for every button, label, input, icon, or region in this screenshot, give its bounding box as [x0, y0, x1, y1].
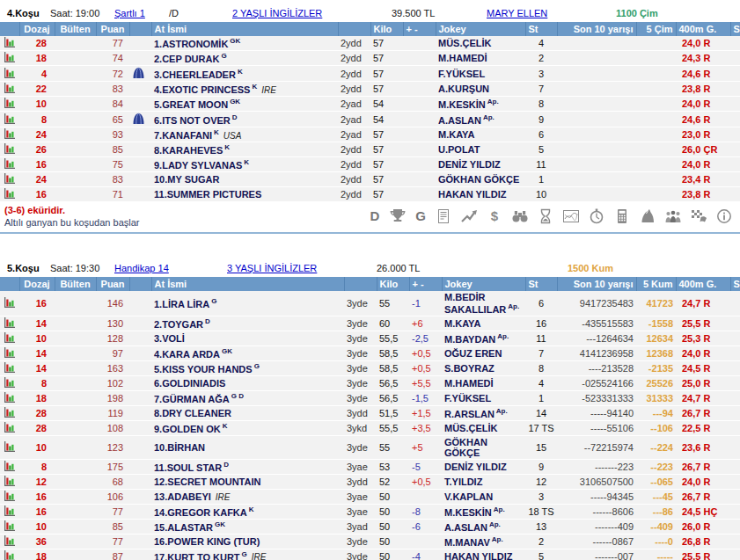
- stats-icon[interactable]: [4, 52, 15, 62]
- stats-icon[interactable]: [4, 128, 15, 139]
- jockey-name[interactable]: S.BOYRAZ: [444, 363, 495, 374]
- stats-icon[interactable]: [4, 535, 15, 546]
- jockey-name[interactable]: M.KAYA: [438, 129, 474, 140]
- stats-icon[interactable]: [4, 461, 15, 471]
- dollar-icon[interactable]: $: [486, 208, 503, 224]
- condition-link[interactable]: Şartlı 1: [114, 8, 145, 18]
- horse-name[interactable]: 2.CEP DURAK: [154, 54, 219, 64]
- stats-icon[interactable]: [4, 377, 15, 388]
- horse-name[interactable]: 5.GREAT MOON: [154, 99, 228, 110]
- horse-name[interactable]: 17.KURT TO KURT: [154, 551, 240, 560]
- jockey-name[interactable]: V.KAPLAN: [444, 491, 493, 502]
- horse-name[interactable]: 7.KANAFANI: [154, 130, 212, 141]
- stats-icon[interactable]: [4, 158, 15, 169]
- jockey-name[interactable]: OĞUZ EREN: [444, 348, 502, 359]
- jockey-name[interactable]: M.BAYDAN: [444, 333, 495, 344]
- jockey-name[interactable]: T.YILDIZ: [444, 476, 482, 487]
- stats-icon[interactable]: [4, 188, 15, 199]
- calculator-icon[interactable]: [613, 208, 631, 224]
- jockey-name[interactable]: M.KAYA: [444, 318, 480, 329]
- stats-icon[interactable]: [4, 143, 15, 154]
- horse-name[interactable]: 13.ADABEYI: [154, 491, 211, 502]
- horse-name[interactable]: 10.BİRHAN: [154, 442, 205, 453]
- stats-icon[interactable]: [4, 98, 15, 108]
- jockey-name[interactable]: A.ASLAN: [444, 521, 487, 532]
- horse-name[interactable]: 6.GOLDINIADIS: [154, 378, 225, 389]
- stats-icon[interactable]: [4, 332, 15, 343]
- horse-name[interactable]: 12.SECRET MOUNTAIN: [154, 476, 260, 487]
- jockey-name[interactable]: M.HAMEDİ: [438, 53, 487, 63]
- jockey-name[interactable]: MÜS.ÇELİK: [438, 38, 492, 48]
- stats-icon[interactable]: [4, 476, 15, 486]
- stats-icon[interactable]: [4, 68, 15, 78]
- hourglass-icon[interactable]: [537, 208, 554, 224]
- stats-icon[interactable]: [4, 173, 15, 184]
- jockey-name[interactable]: HAKAN YILDIZ: [438, 189, 506, 200]
- stats-icon[interactable]: [4, 113, 15, 124]
- stats-icon[interactable]: [4, 441, 15, 452]
- jockey-name[interactable]: M.MANAV: [444, 536, 490, 547]
- people-icon[interactable]: [664, 208, 682, 224]
- horse-name[interactable]: 5.KISS YOUR HANDS: [154, 363, 253, 374]
- horse-name[interactable]: 4.EXOTIC PRINCESS: [154, 84, 250, 95]
- jockey-name[interactable]: R.ARSLAN: [444, 408, 495, 418]
- horse-name[interactable]: 2.TOYGAR: [154, 318, 203, 329]
- featured-horse-link[interactable]: MARY ELLEN: [487, 8, 547, 18]
- jockey-name[interactable]: MÜS.ÇELİK: [444, 423, 498, 433]
- jockey-name[interactable]: GÖKHAN GÖKÇE: [438, 174, 519, 185]
- horse-name[interactable]: 9.LADY SYLVANAS: [154, 160, 242, 171]
- category-link[interactable]: 2 YAŞLI İNGİLİZLER: [232, 8, 322, 18]
- report-icon[interactable]: [435, 208, 452, 224]
- jockey-name[interactable]: M.BEDİR SAKALLILAR: [444, 292, 506, 315]
- horse-name[interactable]: 8.KARAHEVES: [154, 145, 223, 156]
- horse-name[interactable]: 8.DRY CLEANER: [154, 408, 231, 418]
- stats-icon[interactable]: [4, 347, 15, 358]
- jockey-name[interactable]: GÖKHAN GÖKÇE: [444, 437, 487, 458]
- photo-finish-icon[interactable]: [690, 208, 707, 224]
- horse-head-icon[interactable]: [639, 208, 656, 224]
- jockey-name[interactable]: A.KURŞUN: [438, 84, 489, 94]
- horse-name[interactable]: 16.POWER KING (TUR): [154, 536, 260, 547]
- stats-icon[interactable]: [4, 491, 15, 501]
- horse-name[interactable]: 7.GÜRMAN AĞA: [154, 393, 230, 404]
- horse-name[interactable]: 1.ASTRONOMİK: [154, 39, 228, 49]
- letter-G-icon[interactable]: G: [414, 208, 427, 224]
- stopwatch-icon[interactable]: [588, 208, 605, 224]
- jockey-name[interactable]: M.KESKİN: [438, 99, 486, 110]
- stats-icon[interactable]: [4, 317, 15, 328]
- horse-name[interactable]: 1.LİRA LİRA: [154, 299, 209, 309]
- stats-icon[interactable]: [4, 407, 15, 418]
- trophy-icon[interactable]: [389, 208, 407, 224]
- jockey-name[interactable]: M.HAMEDİ: [444, 378, 494, 389]
- jockey-name[interactable]: A.ASLAN: [438, 114, 481, 125]
- horse-name[interactable]: 3.VOLİ: [154, 333, 185, 344]
- category-link[interactable]: 3 YAŞLI İNGİLİZLER: [227, 263, 317, 273]
- condition-link[interactable]: Handikap 14: [114, 263, 169, 273]
- jockey-name[interactable]: DENİZ YILDIZ: [438, 159, 501, 170]
- jockey-name[interactable]: DENİZ YILDIZ: [444, 462, 507, 472]
- stats-icon[interactable]: [4, 520, 15, 531]
- jockey-name[interactable]: F.YÜKSEL: [444, 393, 491, 404]
- jockey-name[interactable]: HAKAN YILDIZ: [444, 551, 512, 560]
- horse-name[interactable]: 6.ITS NOT OVER: [154, 114, 231, 125]
- stats-icon[interactable]: [4, 505, 15, 516]
- horse-name[interactable]: 15.ALASTAR: [154, 521, 213, 532]
- stats-icon[interactable]: [4, 422, 15, 433]
- line-chart-icon[interactable]: [562, 208, 580, 224]
- jockey-name[interactable]: M.KESKİN: [444, 506, 492, 517]
- horse-name[interactable]: 10.MY SUGAR: [154, 174, 219, 185]
- trend-arrow-icon[interactable]: [460, 208, 478, 224]
- binoculars-icon[interactable]: [511, 208, 529, 224]
- horse-name[interactable]: 11.SOUL STAR: [154, 462, 222, 472]
- jockey-name[interactable]: U.POLAT: [438, 144, 480, 155]
- horse-name[interactable]: 11.SUMMER PICTURES: [154, 189, 261, 200]
- horse-name[interactable]: 3.CHEERLEADER: [154, 69, 236, 79]
- stats-icon[interactable]: [4, 83, 15, 93]
- stats-icon[interactable]: [4, 297, 15, 308]
- stats-icon[interactable]: [4, 37, 15, 47]
- horse-name[interactable]: 14.GREGOR KAFKA: [154, 506, 247, 517]
- jockey-name[interactable]: F.YÜKSEL: [438, 69, 485, 79]
- horse-name[interactable]: 4.KARA ARDA: [154, 348, 220, 359]
- stats-icon[interactable]: [4, 362, 15, 373]
- letter-D-icon[interactable]: D: [369, 208, 381, 224]
